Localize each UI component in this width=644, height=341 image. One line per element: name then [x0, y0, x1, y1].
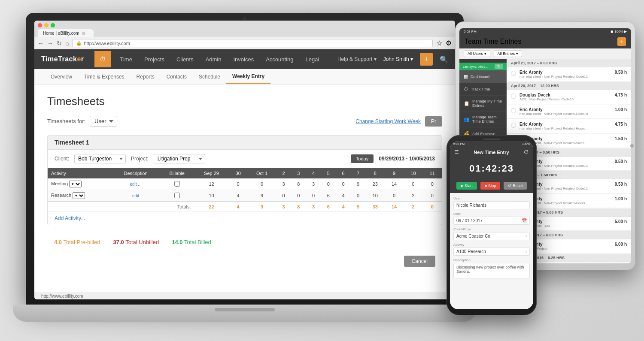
nav-clients[interactable]: Clients: [170, 51, 200, 68]
entry-info: Eric Aronty non aba client · Non-Project…: [519, 70, 615, 78]
entry-sub: non aba client · Non-Project Related-Cod…: [519, 75, 615, 78]
search-icon[interactable]: 🔍: [440, 55, 448, 63]
main-content: Timesheets Timesheets for: User Change S…: [34, 84, 455, 293]
nav-time[interactable]: Time: [114, 51, 138, 68]
entry-sub: ACE · Non-Project Related-Code10: [519, 97, 615, 101]
phone-form: User: Nicole Richards Date 06 / 01 / 201…: [450, 193, 533, 309]
col-sep30: 30: [228, 168, 247, 178]
home-btn[interactable]: ⌂: [65, 40, 69, 47]
client-field-row: Client/Projo Acme Coaster Co. ›: [453, 227, 530, 240]
meeting-val-8: 9: [351, 178, 366, 190]
research-select[interactable]: ▾: [73, 192, 85, 199]
browser-tab[interactable]: Home | eBillity.com: [38, 29, 94, 37]
reload-btn[interactable]: ↻: [57, 40, 62, 47]
tab-close-icon[interactable]: [82, 32, 85, 35]
subnav-contacts[interactable]: Contacts: [161, 69, 193, 84]
subnav-time-expenses[interactable]: Time & Expenses: [78, 69, 131, 84]
maximize-dot[interactable]: [51, 23, 55, 27]
project-select[interactable]: Litigation Prep: [154, 154, 205, 163]
user-value: Nicole Richards: [453, 201, 530, 209]
today-button[interactable]: Today: [351, 154, 374, 163]
client-select[interactable]: Bob Turgeston: [74, 154, 126, 163]
sidebar-item-track-time[interactable]: ⏱ Track Time: [459, 83, 507, 96]
subnav-schedule[interactable]: Schedule: [193, 69, 226, 84]
billed-num: 14.0: [172, 239, 182, 245]
meeting-billable-checkbox[interactable]: [174, 181, 180, 187]
stop-button[interactable]: ■ Stop: [480, 182, 500, 190]
entry-info: Eric Aronty non aba client · Non-Project…: [519, 107, 615, 116]
nav-admin[interactable]: Admin: [200, 51, 228, 68]
sidebar-item-dashboard[interactable]: ▦ Dashboard: [459, 70, 507, 83]
entry-hours: 6.00 h: [615, 242, 627, 247]
entry-checkbox[interactable]: [511, 94, 516, 99]
entries-filter[interactable]: All Entries ▾: [494, 50, 522, 57]
start-button[interactable]: ▶ Start: [456, 182, 477, 190]
meeting-edit-link[interactable]: edit ...: [130, 182, 141, 187]
hamburger-icon[interactable]: ☰: [454, 149, 459, 155]
address-field[interactable]: 🔒 http://www.ebillity.com: [72, 39, 433, 47]
meeting-select[interactable]: ▾: [69, 181, 82, 187]
activity-value[interactable]: A100 Research ›: [453, 247, 530, 256]
timer-icon[interactable]: ⏱: [524, 149, 529, 155]
app-nav: Time Projects Clients Admin Invoices Acc…: [114, 51, 337, 68]
add-button[interactable]: +: [420, 53, 433, 66]
research-val-5: 0: [306, 190, 321, 202]
sidebar-item-my-entries[interactable]: 📋 Manage My Time Entries: [459, 96, 507, 112]
tablet-time: 5:08 PM: [464, 30, 477, 33]
forward-btn[interactable]: →: [47, 40, 53, 47]
tablet-sync-bar: Last Sync: 09/15... ↻: [459, 63, 507, 70]
client-value[interactable]: Acme Coaster Co. ›: [453, 232, 530, 240]
subnav-reports[interactable]: Reports: [131, 69, 161, 84]
description-value[interactable]: Discussing new project over coffee with …: [453, 263, 530, 278]
sidebar-label-team: Manage Team Time Entries: [472, 115, 502, 124]
pre-billed-num: 4.0: [54, 239, 62, 245]
research-edit-link[interactable]: edit: [132, 193, 139, 198]
user-name[interactable]: John Smith ▾: [383, 56, 413, 62]
entry-name: Douglas Dveck: [519, 93, 615, 97]
help-link[interactable]: Help & Support ▾: [337, 56, 377, 62]
nav-projects[interactable]: Projects: [138, 51, 170, 68]
date-value[interactable]: 06 / 01 / 2017 📅: [453, 217, 530, 225]
timesheets-for-select[interactable]: User: [90, 116, 117, 127]
entry-checkbox[interactable]: [511, 123, 516, 128]
table-row: Research ▾ edit 10 4 9 0 0: [48, 190, 442, 202]
back-btn[interactable]: ←: [38, 40, 44, 47]
users-filter[interactable]: All Users ▾: [464, 50, 490, 57]
billed-summary: 14.0 Total Billed: [172, 239, 211, 245]
team-icon: 👥: [464, 117, 470, 122]
app-logo: TimeTracker: [41, 55, 84, 63]
meeting-val-2: 0: [248, 178, 276, 190]
phone-header: ☰ New Time Entry ⏱: [450, 147, 533, 158]
tab-label: Home | eBillity.com: [43, 31, 79, 36]
entry-checkbox[interactable]: [511, 108, 516, 113]
research-billable-checkbox[interactable]: [174, 193, 180, 198]
bookmark-icon[interactable]: ☆: [436, 39, 442, 47]
subnav-weekly-entry[interactable]: Weekly Entry: [226, 69, 270, 84]
client-project-row: Client: Bob Turgeston Project: Litigatio…: [48, 150, 442, 168]
subnav-overview[interactable]: Overview: [45, 69, 78, 84]
nav-home-icon[interactable]: ⏱: [94, 51, 111, 67]
sidebar-label-my-entries: Manage My Time Entries: [472, 99, 502, 108]
add-activity-link[interactable]: Add Activity...: [48, 212, 92, 225]
settings-icon[interactable]: ⚙: [446, 39, 452, 47]
cancel-button[interactable]: Cancel: [404, 256, 435, 267]
nav-invoices[interactable]: Invoices: [228, 51, 260, 68]
client-label: Client:: [55, 156, 69, 162]
sidebar-item-team-entries[interactable]: 👥 Manage Team Time Entries: [459, 112, 507, 127]
minimize-dot[interactable]: [44, 23, 49, 27]
meeting-description: edit ...: [112, 178, 160, 190]
close-dot[interactable]: [38, 23, 42, 27]
tablet-add-button[interactable]: +: [617, 37, 626, 46]
entry-checkbox[interactable]: [511, 71, 516, 76]
calendar-icon: 📅: [522, 218, 527, 223]
table-row: Meeting ▾ edit ... 12 0 0 3 8: [48, 178, 442, 190]
nav-legal[interactable]: Legal: [300, 51, 325, 68]
refresh-button[interactable]: ↻: [495, 64, 503, 69]
reset-button[interactable]: ↺ Reset: [504, 182, 527, 190]
nav-accounting[interactable]: Accounting: [260, 51, 299, 68]
print-button[interactable]: Pr: [425, 116, 442, 127]
change-starting-work-week-link[interactable]: Change Starting Work Week: [355, 118, 421, 124]
total-6: 6: [321, 202, 336, 212]
dashboard-icon: ▦: [464, 74, 468, 79]
phone-screen: 5:08 PM 100% ☰ New Time Entry ⏱ 01:42:23…: [450, 141, 533, 309]
